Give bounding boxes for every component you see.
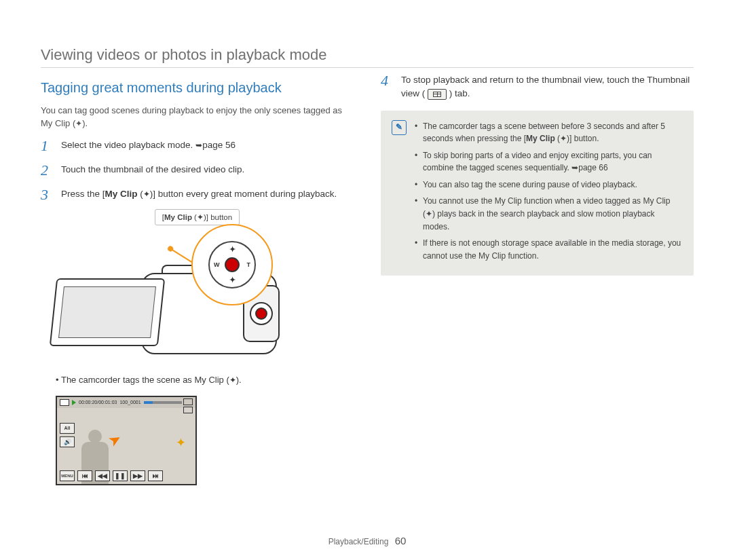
footer-section: Playback/Editing — [328, 537, 389, 546]
camcorder-illustration: ✦ ✦ W T — [46, 229, 290, 365]
timecode-label: 00:00:20/00:01:03 — [79, 400, 117, 405]
step-body: To stop playback and return to the thumb… — [401, 73, 694, 101]
progress-bar — [144, 401, 182, 404]
page-footer: Playback/Editing 60 — [41, 528, 694, 546]
myclip-icon: ✦ — [197, 212, 204, 222]
dpad-t-label: T — [247, 261, 251, 268]
callout-c: )] button — [204, 213, 232, 221]
camcorder-flip-screen — [50, 278, 166, 346]
page-title: Viewing videos or photos in playback mod… — [41, 46, 694, 68]
all-button[interactable]: All — [60, 423, 75, 434]
menu-button[interactable]: MENU — [60, 470, 75, 481]
note-box: ✎ The camcorder tags a scene between bef… — [381, 111, 694, 276]
note-item-1: The camcorder tags a scene between befor… — [415, 120, 683, 145]
n2-page: page 66 — [578, 163, 607, 172]
step-3-b: ( — [138, 189, 143, 199]
my-clip-label: My Clip — [164, 213, 192, 221]
step-number: 4 — [381, 73, 393, 101]
two-column-layout: Tagging great moments during playback Yo… — [41, 73, 694, 528]
zoom-callout-circle: ✦ ✦ W T — [191, 224, 273, 305]
step-1-text: Select the video playback mode. — [61, 140, 195, 150]
myclip-icon: ✦ — [560, 134, 567, 143]
play-icon — [72, 400, 76, 405]
tag-result-note: The camcorder tags the scene as My Clip … — [56, 374, 354, 387]
next-button[interactable]: ⏭ — [148, 470, 163, 481]
step-number: 2 — [41, 163, 53, 178]
note-list: The camcorder tags a scene between befor… — [415, 120, 683, 267]
my-clip-label: My Clip — [526, 134, 555, 143]
steps-list: 1 Select the video playback mode. ➥page … — [41, 138, 354, 202]
n2-a: To skip boring parts of a video and enjo… — [423, 151, 652, 173]
myclip-icon: ✦ — [426, 209, 432, 219]
note-item-4: You cannot use the My Clip function when… — [415, 195, 683, 233]
step-number: 1 — [41, 138, 53, 153]
steps-list-right: 4 To stop playback and return to the thu… — [381, 73, 694, 101]
battery-icon — [183, 398, 193, 405]
camcorder-screen-inner — [58, 286, 156, 338]
n1-b: ( — [555, 134, 560, 143]
manual-page: Viewing videos or photos in playback mod… — [0, 0, 733, 560]
playback-controls: MENU ⏮ ◀◀ ❚❚ ▶▶ ⏭ — [60, 470, 163, 481]
section-title: Tagging great moments during playback — [41, 80, 354, 96]
page-ref-arrow-icon: ➥ — [195, 141, 202, 150]
step-2: 2 Touch the thumbnail of the desired vid… — [41, 163, 354, 178]
myclip-icon: ✦ — [143, 189, 150, 199]
note-item-2: To skip boring parts of a video and enjo… — [415, 149, 683, 174]
tag-note-a: The camcorder tags the scene as My Clip … — [61, 375, 229, 385]
thumbnail-view-icon — [428, 89, 447, 100]
rewind-button[interactable]: ◀◀ — [95, 470, 110, 481]
dpad-w-label: W — [214, 261, 220, 268]
step-3-c: )] button every great moment during play… — [150, 189, 337, 199]
page-number: 60 — [395, 535, 407, 546]
dpad-center-icon — [225, 257, 240, 272]
myclip-icon: ✦ — [229, 245, 236, 254]
callout-label: [My Clip (✦)] button — [155, 209, 240, 225]
n1-c: )] button. — [567, 134, 599, 143]
right-column: 4 To stop playback and return to the thu… — [381, 73, 694, 528]
intro-text: You can tag good scenes during playback … — [41, 105, 354, 130]
myclip-icon: ✦ — [75, 119, 82, 128]
step-4-b: ) tab. — [449, 88, 470, 98]
step-1-pageref: page 56 — [202, 140, 236, 150]
page-ref-arrow-icon: ➥ — [571, 163, 578, 172]
step-3: 3 Press the [My Clip (✦)] button every g… — [41, 187, 354, 202]
intro-text-b: ). — [82, 118, 88, 128]
step-body: Touch the thumbnail of the desired video… — [61, 163, 244, 178]
clip-name-label: 100_0001 — [119, 400, 140, 405]
step-body: Select the video playback mode. ➥page 56 — [61, 138, 236, 153]
left-column: Tagging great moments during playback Yo… — [41, 73, 354, 528]
playback-screen-illustration: 00:00:20/00:01:03 100_0001 All 🔊 — [56, 396, 197, 485]
playback-topbar: 00:00:20/00:01:03 100_0001 — [57, 397, 195, 408]
prev-button[interactable]: ⏮ — [77, 470, 92, 481]
step-number: 3 — [41, 187, 53, 202]
myclip-tag-icon: ✦ — [176, 435, 186, 450]
forward-button[interactable]: ▶▶ — [130, 470, 145, 481]
note-item-5: If there is not enough storage space ava… — [415, 237, 683, 262]
n4-b: ) plays back in the search playback and … — [423, 209, 655, 231]
note-item-3: You can also tag the scene during pause … — [415, 179, 683, 191]
thumbnail-icon — [60, 399, 69, 406]
tag-note-b: ). — [236, 375, 242, 385]
playback-side-buttons: All 🔊 — [60, 423, 75, 447]
myclip-icon: ✦ — [229, 375, 236, 385]
step-3-a: Press the [ — [61, 189, 105, 199]
myclip-icon: ✦ — [229, 276, 236, 284]
step-body: Press the [My Clip (✦)] button every gre… — [61, 187, 337, 202]
volume-button[interactable]: 🔊 — [60, 436, 75, 447]
pause-button[interactable]: ❚❚ — [113, 470, 128, 481]
record-button-icon — [250, 302, 273, 325]
step-4: 4 To stop playback and return to the thu… — [381, 73, 694, 101]
note-info-icon: ✎ — [392, 120, 407, 135]
dpad-control: ✦ ✦ W T — [208, 241, 256, 288]
my-clip-label: My Clip — [105, 189, 138, 199]
step-1: 1 Select the video playback mode. ➥page … — [41, 138, 354, 153]
callout-row: [My Clip (✦)] button — [41, 209, 354, 225]
callout-b: ( — [192, 213, 197, 221]
playback-body: All 🔊 ➤ ✦ MENU ⏮ ◀◀ ❚❚ ▶▶ ⏭ — [57, 408, 195, 484]
